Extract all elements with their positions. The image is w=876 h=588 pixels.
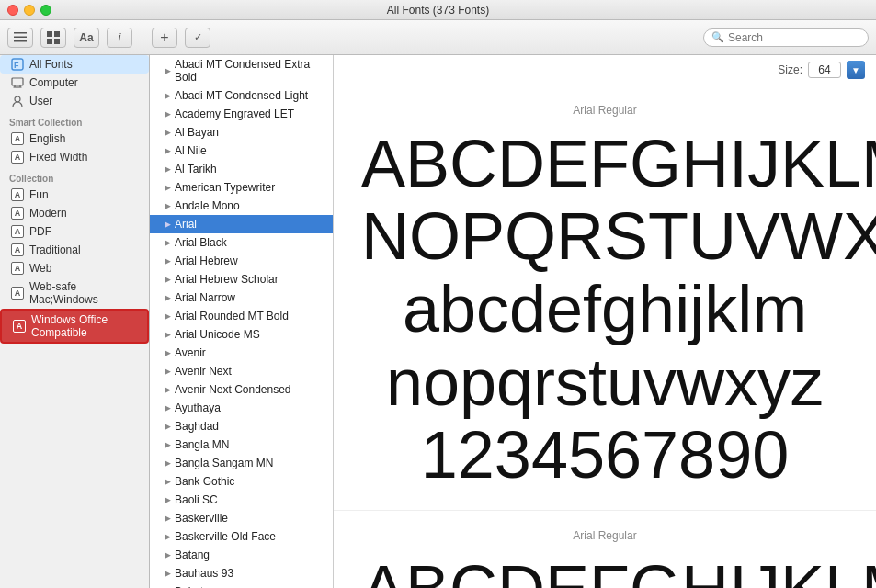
sidebar-item-web[interactable]: A Web [0,259,149,277]
sidebar: F All Fonts Computer User Smart Collecti… [0,55,150,588]
expand-arrow: ▶ [165,330,171,339]
font-list-item[interactable]: ▶Bank Gothic [150,472,333,491]
preview-upper-alpha-2: ABCDEFGHIJKLM [361,553,848,588]
expand-arrow: ▶ [165,256,171,266]
traffic-lights [7,5,51,16]
info-button[interactable]: i [107,28,132,48]
font-list-item[interactable]: ▶Baoli SC [150,491,333,509]
font-list-item[interactable]: ▶Baghdad [150,417,333,435]
expand-arrow: ▶ [165,367,171,376]
sidebar-item-modern[interactable]: A Modern [0,204,149,222]
close-button[interactable] [7,5,18,16]
sidebar-item-traditional[interactable]: A Traditional [0,241,149,259]
font-list-item[interactable]: ▶Arial Hebrew [150,252,333,270]
titlebar: All Fonts (373 Fonts) [0,0,876,20]
font-list-item[interactable]: ▶Al Tarikh [150,160,333,178]
expand-arrow: ▶ [165,403,171,413]
grid-icon [47,31,60,44]
preview-area: Size: 64 ▼ Arial Regular ABCDEFGHIJKLM N… [334,55,876,588]
font-list-item[interactable]: ▶Baskerville [150,509,333,527]
svg-rect-6 [54,39,60,44]
expand-arrow: ▶ [165,514,171,523]
sidebar-item-user[interactable]: User [0,92,149,110]
web-safe-icon: A [11,287,24,300]
minimize-button[interactable] [24,5,35,16]
font-list-item[interactable]: ▶Ayuthaya [150,399,333,417]
sidebar-item-computer[interactable]: Computer [0,74,149,92]
font-list-item[interactable]: ▶Arial Narrow [150,288,333,307]
font-list-item[interactable]: ▶Baskerville Old Face [150,527,333,546]
expand-arrow: ▶ [165,385,171,394]
text-view-button[interactable]: Aa [74,28,99,48]
preview-section-1: Arial Regular ABCDEFGHIJKLM NOPQRSTUVWXY… [334,85,876,511]
font-list-item[interactable]: ▶Avenir [150,344,333,362]
traditional-label: Traditional [29,243,81,256]
hamburger-icon [14,32,27,42]
font-list-item[interactable]: ▶Arial Rounded MT Bold [150,307,333,325]
font-list-item[interactable]: ▶Batang [150,546,333,564]
expand-arrow: ▶ [165,91,171,100]
preview-font-name-1: Arial Regular [361,104,848,117]
font-list-item[interactable]: ▶Abadi MT Condensed Light [150,86,333,105]
maximize-button[interactable] [40,5,51,16]
size-bar: Size: 64 ▼ [334,55,876,85]
sidebar-item-fixed-width[interactable]: A Fixed Width [0,148,149,166]
search-input[interactable] [728,31,860,44]
svg-rect-0 [14,32,27,34]
font-list-item[interactable]: ▶Arial Unicode MS [150,325,333,344]
font-list-item[interactable]: ▶Arial Hebrew Scholar [150,270,333,288]
user-label: User [29,95,52,107]
font-list-item[interactable]: ▶Bangla MN [150,435,333,454]
pdf-label: PDF [29,225,51,238]
preview-numbers-1: 1234567890 [361,419,848,492]
svg-text:F: F [14,61,19,70]
expand-arrow: ▶ [165,477,171,486]
expand-arrow: ▶ [165,495,171,504]
fixed-width-label: Fixed Width [29,151,87,164]
font-list-item[interactable]: ▶Avenir Next [150,362,333,380]
font-list-item[interactable]: ▶Al Nile [150,141,333,160]
font-list-item[interactable]: ▶Arial Black [150,233,333,252]
computer-label: Computer [29,76,78,89]
font-list-item[interactable]: ▶Abadi MT Condensed Extra Bold [150,55,333,86]
preview-lower-alpha-upper-1: NOPQRSTUVWXYZ [361,200,848,273]
expand-arrow: ▶ [165,348,171,357]
font-list-item[interactable]: ▶Academy Engraved LET [150,105,333,123]
expand-arrow: ▶ [165,550,171,560]
font-list-item[interactable]: ▶Al Bayan [150,123,333,141]
font-list-item[interactable]: ▶American Typewriter [150,178,333,197]
add-font-button[interactable]: + [152,28,177,48]
all-fonts-icon: F [11,58,24,71]
font-list-item-arial[interactable]: ▶Arial [150,215,333,233]
font-list-item[interactable]: ▶Andale Mono [150,197,333,215]
toolbar-separator [142,28,142,47]
web-label: Web [29,262,51,275]
sidebar-item-windows-office[interactable]: A Windows Office Compatible [0,309,149,344]
traditional-icon: A [11,243,24,256]
size-value[interactable]: 64 [808,62,841,78]
web-safe-label: Web-safe Mac;Windows [29,280,142,306]
search-icon: 🔍 [711,31,724,43]
user-icon [11,95,24,107]
grid-view-button[interactable] [40,28,66,48]
expand-arrow: ▶ [165,440,171,449]
sidebar-item-english[interactable]: A English [0,130,149,148]
font-list-item[interactable]: ▶Bangla Sangam MN [150,454,333,472]
svg-rect-1 [14,37,27,39]
font-list-item[interactable]: ▶Bauhaus 93 [150,564,333,582]
svg-rect-2 [14,40,27,42]
sidebar-item-fun[interactable]: A Fun [0,186,149,204]
expand-arrow: ▶ [165,293,171,302]
font-list-item[interactable]: ▶Beirut [150,582,333,588]
size-dropdown[interactable]: ▼ [847,61,865,79]
sidebar-item-web-safe[interactable]: A Web-safe Mac;Windows [0,277,149,309]
modern-icon: A [11,207,24,220]
svg-point-13 [15,96,20,102]
expand-arrow: ▶ [165,532,171,541]
validate-button[interactable]: ✓ [185,28,210,48]
svg-rect-4 [54,31,60,37]
font-list-item[interactable]: ▶Avenir Next Condensed [150,380,333,399]
sidebar-item-pdf[interactable]: A PDF [0,222,149,241]
sidebar-item-all-fonts[interactable]: F All Fonts [0,55,149,74]
sidebar-toggle-button[interactable] [7,28,33,48]
